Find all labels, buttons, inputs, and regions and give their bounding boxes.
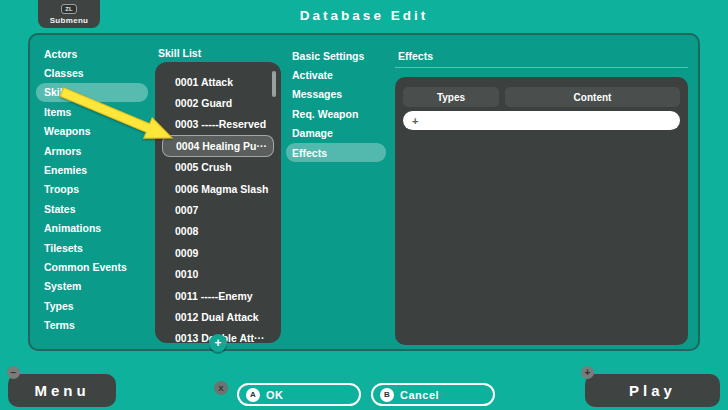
- x-button-icon: X: [214, 381, 228, 395]
- sidebar-item-troops[interactable]: Troops: [36, 180, 148, 199]
- add-effect-row[interactable]: +: [403, 111, 680, 130]
- add-skill-button[interactable]: +: [209, 334, 227, 352]
- minus-button-icon: −: [7, 366, 20, 379]
- sidebar-item-animations[interactable]: Animations: [36, 219, 148, 238]
- sidebar-item-armors[interactable]: Armors: [36, 141, 148, 160]
- effects-column-header-types[interactable]: Types: [403, 87, 499, 107]
- tab-req-weapon[interactable]: Req. Weapon: [286, 104, 386, 123]
- ok-label: OK: [266, 389, 284, 401]
- skill-list-item-0005[interactable]: 0005 Crush: [162, 157, 274, 178]
- sidebar-item-enemies[interactable]: Enemies: [36, 160, 148, 179]
- tab-messages[interactable]: Messages: [286, 85, 386, 104]
- sidebar-item-types[interactable]: Types: [36, 296, 148, 315]
- skill-settings-tabs: Basic Settings Activate Messages Req. We…: [286, 46, 386, 162]
- sidebar-item-terms[interactable]: Terms: [36, 315, 148, 334]
- a-button-icon: A: [246, 388, 260, 402]
- skill-list-item-0009[interactable]: 0009: [162, 242, 274, 263]
- play-button[interactable]: Play: [585, 374, 720, 407]
- tab-damage[interactable]: Damage: [286, 124, 386, 143]
- sidebar-item-items[interactable]: Items: [36, 102, 148, 121]
- b-button-icon: B: [380, 388, 394, 402]
- skill-list-item-0002[interactable]: 0002 Guard: [162, 92, 274, 113]
- page-title: Database Edit: [0, 8, 728, 23]
- skill-list-item-0006[interactable]: 0006 Magma Slash: [162, 178, 274, 199]
- skill-list-item-0008[interactable]: 0008: [162, 221, 274, 242]
- effects-column-header-content[interactable]: Content: [505, 87, 680, 107]
- menu-button[interactable]: Menu: [8, 374, 116, 407]
- skill-list-item-0012[interactable]: 0012 Dual Attack: [162, 306, 274, 327]
- sidebar-item-actors[interactable]: Actors: [36, 44, 148, 63]
- skill-list-item-0003[interactable]: 0003 -----Reserved: [162, 114, 274, 135]
- sidebar-item-skills[interactable]: Skills: [36, 83, 148, 102]
- scrollbar-thumb[interactable]: [272, 71, 276, 97]
- sidebar-item-tilesets[interactable]: Tilesets: [36, 238, 148, 257]
- database-edit-screen: ZL Submenu Database Edit Actors Classes …: [0, 0, 728, 410]
- category-sidebar: Actors Classes Skills Items Weapons Armo…: [36, 44, 148, 335]
- tab-effects[interactable]: Effects: [286, 143, 386, 162]
- cancel-button[interactable]: B Cancel: [371, 383, 495, 406]
- plus-button-icon: +: [581, 366, 594, 379]
- sidebar-item-states[interactable]: States: [36, 199, 148, 218]
- ok-button[interactable]: A OK: [237, 383, 361, 406]
- sidebar-item-system[interactable]: System: [36, 277, 148, 296]
- skill-list-panel: 0001 Attack 0002 Guard 0003 -----Reserve…: [155, 62, 281, 343]
- effects-panel-title: Effects: [398, 50, 433, 62]
- cancel-label: Cancel: [400, 389, 439, 401]
- skill-list-item-0010[interactable]: 0010: [162, 264, 274, 285]
- sidebar-item-classes[interactable]: Classes: [36, 63, 148, 82]
- sidebar-item-weapons[interactable]: Weapons: [36, 122, 148, 141]
- effects-title-divider: [395, 67, 688, 68]
- tab-basic-settings[interactable]: Basic Settings: [286, 46, 386, 65]
- skill-list-item-0001[interactable]: 0001 Attack: [162, 71, 274, 92]
- effects-panel: Types Content +: [395, 77, 688, 345]
- sidebar-item-common-events[interactable]: Common Events: [36, 257, 148, 276]
- skill-list: 0001 Attack 0002 Guard 0003 -----Reserve…: [155, 71, 281, 349]
- skill-list-item-0011[interactable]: 0011 -----Enemy: [162, 285, 274, 306]
- skill-list-item-0007[interactable]: 0007: [162, 199, 274, 220]
- tab-activate[interactable]: Activate: [286, 65, 386, 84]
- skill-list-item-0004[interactable]: 0004 Healing Pu···: [162, 135, 274, 156]
- skill-list-title: Skill List: [158, 47, 201, 59]
